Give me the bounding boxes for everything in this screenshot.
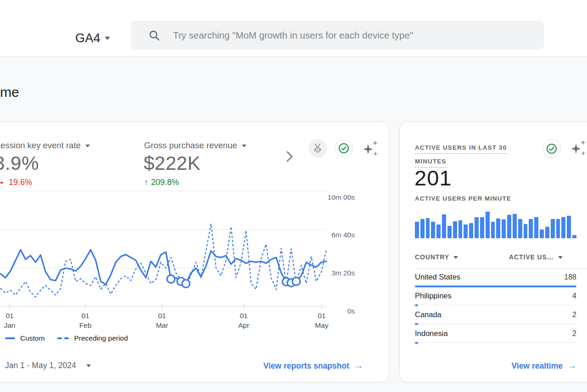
- country-row[interactable]: Indonesia2: [415, 325, 576, 344]
- country-row[interactable]: Canada2: [415, 306, 576, 325]
- data-quality-button[interactable]: [335, 139, 353, 157]
- chevron-down-icon: [105, 37, 110, 43]
- minute-bar: [534, 217, 538, 238]
- view-realtime-link[interactable]: View realtime: [511, 361, 576, 371]
- minute-bar: [469, 223, 473, 238]
- anomaly-marker[interactable]: [182, 280, 190, 288]
- country-active-users: 2: [572, 311, 576, 319]
- benchmarking-button[interactable]: [308, 139, 327, 157]
- minute-bar: [464, 224, 468, 238]
- column-label: COUNTRY: [415, 253, 449, 261]
- check-circle-icon: [338, 142, 350, 154]
- chevron-down-icon: [453, 256, 458, 261]
- country-active-users: 2: [572, 330, 576, 338]
- minute-bar: [453, 221, 457, 238]
- y-axis-label: 3m 20s: [323, 269, 355, 277]
- clipped-down-arrow-icon: [0, 182, 3, 184]
- chevron-down-icon: [558, 256, 563, 261]
- country-active-users: 188: [564, 273, 576, 281]
- x-axis-label: 01 Apr: [229, 311, 258, 330]
- check-circle-icon: [546, 143, 558, 155]
- reports-snapshot-card: ession key event rate 3.9% 19.6% Gross p…: [0, 122, 389, 382]
- insights-button[interactable]: [363, 140, 380, 158]
- medal-icon: [312, 142, 324, 154]
- minute-bar: [529, 219, 533, 238]
- row-track: [415, 324, 576, 324]
- minute-bar: [442, 214, 446, 238]
- country-column-header[interactable]: COUNTRY: [415, 253, 458, 261]
- sparkle-icon: [581, 151, 586, 156]
- metric-value: $222K: [144, 152, 201, 174]
- chevron-down-icon: [86, 364, 91, 370]
- chevron-down-icon: [85, 145, 90, 150]
- sparkle-icon: [373, 151, 378, 156]
- up-arrow-icon: [144, 178, 151, 187]
- minute-bar: [426, 218, 430, 238]
- legend-label-custom: Custom: [20, 334, 45, 342]
- anomaly-marker[interactable]: [292, 277, 300, 285]
- country-row[interactable]: United States188: [415, 269, 576, 287]
- minute-bar: [561, 217, 565, 238]
- custom-period-line: [0, 250, 326, 285]
- delta-value: 19.6%: [9, 178, 32, 187]
- search-placeholder: Try searching "MoM growth in users for e…: [173, 30, 413, 41]
- chevron-down-icon: [242, 145, 246, 150]
- country-table-header: COUNTRY ACTIVE US…: [415, 253, 576, 261]
- minute-bar: [486, 212, 490, 238]
- chart-legend: Custom Preceding period: [5, 334, 128, 342]
- metric-delta-positive: 209.8%: [144, 178, 179, 187]
- data-quality-button[interactable]: [542, 140, 561, 158]
- insights-button[interactable]: [571, 140, 587, 157]
- search-input[interactable]: Try searching "MoM growth in users for e…: [131, 21, 544, 50]
- per-minute-bar-chart[interactable]: [415, 212, 576, 238]
- search-icon: [148, 29, 161, 42]
- row-track: [415, 305, 576, 305]
- country-name: Indonesia: [415, 329, 448, 338]
- minute-bar: [507, 215, 511, 238]
- delta-value: 209.8%: [151, 178, 179, 187]
- property-switcher[interactable]: GA4: [75, 31, 110, 45]
- next-metrics-chevron-icon[interactable]: [284, 150, 295, 163]
- country-table-body: United States188Philippines4Canada2Indon…: [415, 269, 576, 344]
- x-axis-labels: 01 Jan01 Feb01 Mar01 Apr01 May: [0, 311, 326, 333]
- minute-bar: [496, 218, 500, 238]
- x-axis-label: 01 Mar: [147, 311, 177, 330]
- country-row[interactable]: Philippines4: [415, 287, 576, 306]
- metric-selector-session-key-event-rate[interactable]: ession key event rate: [0, 140, 90, 151]
- metric-label: Gross purchase revenue: [144, 140, 237, 151]
- country-active-users: 4: [572, 292, 576, 300]
- dashed-line-swatch: [57, 337, 69, 339]
- page-title: me: [0, 84, 19, 100]
- engagement-line-chart[interactable]: [0, 191, 326, 310]
- minute-bar: [513, 214, 517, 238]
- metric-label: ession key event rate: [0, 140, 81, 151]
- active-users-per-minute-label: ACTIVE USERS PER MINUTE: [415, 195, 511, 202]
- minute-bar: [447, 226, 452, 238]
- metric-selector-gross-purchase-revenue[interactable]: Gross purchase revenue: [144, 140, 246, 151]
- minute-bar: [567, 216, 571, 238]
- minute-bar: [540, 230, 544, 238]
- sparkle-icon: [363, 144, 373, 154]
- y-axis-label: 10m 00s: [323, 193, 355, 202]
- minute-bar: [502, 219, 506, 238]
- solid-line-swatch: [5, 337, 15, 339]
- country-name: Philippines: [415, 291, 452, 300]
- x-axis-label: 01 May: [307, 311, 336, 330]
- minute-bar: [524, 224, 528, 238]
- minute-bar: [436, 224, 441, 238]
- minute-bar: [556, 219, 560, 238]
- minute-bar: [545, 227, 549, 239]
- view-reports-snapshot-link[interactable]: View reports snapshot: [263, 361, 363, 371]
- active-users-column-header[interactable]: ACTIVE US…: [509, 253, 563, 261]
- minute-bar: [415, 222, 419, 238]
- column-label: ACTIVE US…: [509, 253, 554, 261]
- anomaly-marker[interactable]: [167, 275, 175, 283]
- top-app-bar: GA4 Try searching "MoM growth in users f…: [0, 0, 587, 56]
- date-range-selector[interactable]: Jan 1 - May 1, 2024: [5, 361, 91, 370]
- realtime-card: ACTIVE USERS IN LAST 30 MINUTES 201 ACTI…: [399, 122, 587, 382]
- country-name: United States: [415, 273, 460, 281]
- y-axis-label: 6m 40s: [323, 231, 355, 239]
- date-range-label: Jan 1 - May 1, 2024: [5, 361, 76, 370]
- sparkle-icon: [373, 140, 378, 146]
- legend-label-preceding: Preceding period: [74, 334, 128, 342]
